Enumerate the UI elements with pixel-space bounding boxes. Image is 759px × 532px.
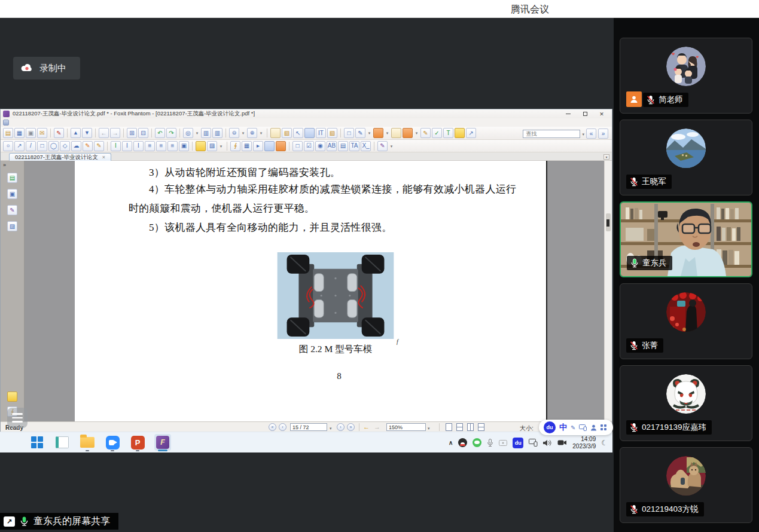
participant-tile-jianlaoshi[interactable]: 简老师 [620, 38, 752, 114]
pdf-page[interactable]: 3）从动齿轮附近还预留了编码器安装孔。 4）车轮整体与动力轴采用硅胶材质的减震垫… [75, 161, 547, 421]
menu-item[interactable] [21, 122, 29, 123]
last-page-icon[interactable]: » [347, 423, 355, 431]
page-layout-icon[interactable]: ▥ [212, 128, 222, 138]
zoom-dropdown-caret-icon[interactable] [428, 424, 430, 431]
add-image-icon[interactable]: ▦ [242, 141, 252, 151]
find-next-icon[interactable]: » [598, 129, 608, 139]
participant-tile-tongdongbing[interactable]: 童东兵 [620, 201, 752, 277]
textbox-icon[interactable]: I [133, 141, 144, 151]
ime-user-icon[interactable] [590, 424, 597, 431]
previous-page-icon[interactable]: ‹ [279, 423, 286, 431]
menu-item[interactable] [29, 122, 38, 123]
camera-tray-icon[interactable] [557, 439, 567, 446]
pattern-icon[interactable]: ▨ [207, 141, 217, 151]
signature-tool-icon[interactable]: ✎ [377, 141, 388, 151]
qq-icon[interactable] [458, 438, 467, 447]
microphone-tray-icon[interactable] [487, 439, 493, 447]
input-indicator-icon[interactable] [499, 439, 507, 447]
dropdown-caret-icon[interactable]: ▾ [258, 128, 264, 138]
hand-tool-icon[interactable] [270, 128, 281, 138]
stamp-palette-icon[interactable] [276, 141, 286, 151]
copy-pages-icon[interactable]: ⊞ [127, 128, 137, 138]
participant-tile-fangrui[interactable]: 021219403方锐 [620, 447, 752, 523]
note-comment-icon[interactable]: ▣ [179, 141, 189, 151]
page-thumbnail-icon[interactable]: ▥ [201, 128, 211, 138]
rectangle-tool-icon[interactable]: □ [37, 141, 47, 151]
restore-button[interactable] [577, 110, 593, 118]
taskbar-clock[interactable]: 14:09 2023/3/9 [572, 436, 596, 450]
participant-tile-zhangjing[interactable]: 张菁 [620, 283, 752, 359]
oval-tool-icon[interactable]: ◯ [48, 141, 59, 151]
page-number-input[interactable] [290, 423, 327, 431]
facing-view-icon[interactable] [467, 423, 474, 431]
polygon-tool-icon[interactable]: ◇ [60, 141, 70, 151]
minimize-button[interactable] [560, 110, 576, 118]
panel-comments-icon[interactable] [7, 392, 17, 402]
callout-icon[interactable]: I [122, 141, 132, 151]
marquee-zoom-icon[interactable]: ◎ [183, 128, 193, 138]
camera-tool-icon[interactable]: ▧ [327, 128, 337, 138]
redo-icon[interactable]: ↷ [166, 128, 176, 138]
participant-tile-yingjiawei[interactable]: 021719139应嘉玮 [620, 365, 752, 441]
panel-layers-icon[interactable]: ▨ [7, 221, 17, 231]
line-tool-icon[interactable]: / [26, 141, 36, 151]
add-multimedia-icon[interactable]: ▸ [253, 141, 263, 151]
document-tab[interactable]: 022118207-王茂鑫-毕业设计论文 × [9, 153, 111, 161]
page-up-icon[interactable]: ▲ [71, 128, 81, 138]
select-tool-icon[interactable]: ↖ [293, 128, 303, 138]
menu-item[interactable] [13, 122, 21, 123]
it-tag-icon[interactable]: IT [316, 128, 326, 138]
zoom-level-input[interactable] [386, 423, 426, 431]
page-down-icon[interactable]: ▼ [82, 128, 92, 138]
continuous-facing-view-icon[interactable] [478, 423, 484, 431]
night-mode-icon[interactable]: ☾ [601, 439, 608, 447]
form-button-icon[interactable]: □ [292, 141, 303, 151]
verify-icon[interactable]: ✓ [432, 128, 442, 138]
panel-bookmarks-icon[interactable]: ▣ [7, 189, 17, 199]
find-previous-icon[interactable]: « [586, 129, 596, 139]
cast-device-icon[interactable] [529, 439, 538, 447]
tencent-meeting-icon[interactable] [104, 434, 121, 451]
form-combobox-icon[interactable]: AB [327, 141, 337, 151]
protect-lock-icon[interactable] [403, 128, 413, 138]
panel-signatures-icon[interactable]: ✎ [7, 205, 17, 215]
single-page-view-icon[interactable] [446, 423, 452, 431]
zoom-in-icon[interactable]: ⊕ [247, 128, 257, 138]
next-page-icon[interactable]: › [337, 423, 345, 431]
ime-mode-indicator[interactable]: 中 [559, 422, 567, 433]
dropdown-caret-icon[interactable]: ▾ [389, 141, 394, 151]
powerpoint-icon[interactable]: P [129, 434, 146, 451]
form-listbox-icon[interactable]: ▤ [338, 141, 348, 151]
form-checkbox-icon[interactable]: ☑ [304, 141, 314, 151]
send-for-sign-icon[interactable] [391, 128, 401, 138]
dropdown-caret-icon[interactable]: ▾ [367, 128, 372, 138]
sticky-note-icon[interactable] [196, 141, 206, 151]
docusign-icon[interactable]: ✎ [54, 128, 64, 138]
start-button[interactable] [29, 434, 45, 451]
dropdown-caret-icon[interactable]: ▾ [414, 128, 419, 138]
comment-icon[interactable] [455, 128, 465, 138]
menu-item[interactable] [80, 122, 88, 123]
link-tool-icon[interactable] [264, 141, 275, 151]
form-barcode-icon[interactable]: X_ [361, 141, 371, 151]
menu-item[interactable] [54, 122, 63, 123]
highlighter-tool-icon[interactable]: ✎ [94, 141, 104, 151]
edit-object-icon[interactable]: □ [344, 128, 354, 138]
panel-thumbnails-icon[interactable]: ▤ [7, 173, 17, 183]
previous-view-icon[interactable]: ← [363, 423, 370, 431]
print-icon[interactable]: ▣ [26, 128, 36, 138]
find-input[interactable] [523, 130, 580, 138]
next-view-icon[interactable]: → [110, 128, 120, 138]
fill-sign-icon[interactable]: ✎ [420, 128, 431, 138]
attach-file-icon[interactable]: ∮ [230, 141, 240, 151]
dropdown-caret-icon[interactable]: ▾ [385, 128, 390, 138]
page-dropdown-caret-icon[interactable] [330, 424, 332, 431]
foxit-taskbar-icon[interactable]: F [154, 434, 171, 451]
book-app-icon[interactable] [54, 434, 71, 451]
snapshot-icon[interactable]: ▧ [282, 128, 292, 138]
continuous-view-icon[interactable] [456, 423, 463, 431]
menu-item[interactable] [46, 122, 54, 123]
share-icon[interactable]: ↗ [466, 128, 476, 138]
menu-item[interactable] [38, 122, 46, 123]
strikeout-text-icon[interactable]: ≡ [167, 141, 178, 151]
